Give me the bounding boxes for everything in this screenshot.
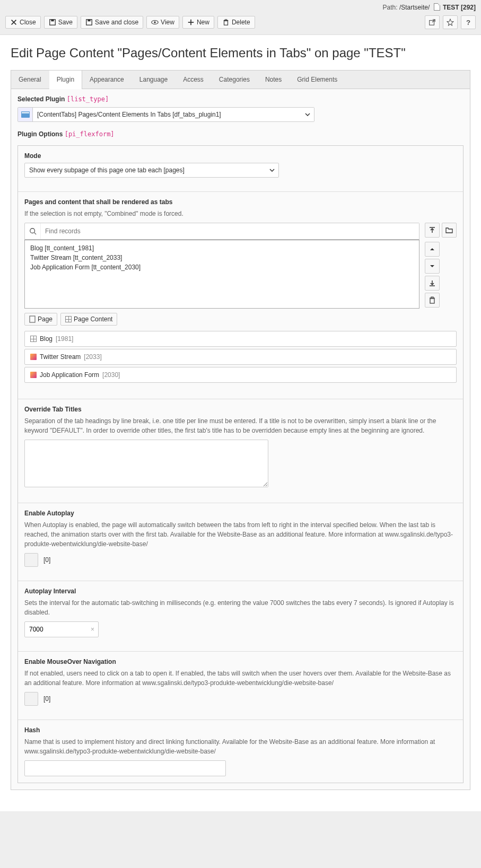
svg-point-5 <box>154 21 156 23</box>
path-label: Path: <box>383 4 398 11</box>
move-bottom-button[interactable] <box>425 276 440 291</box>
svg-rect-6 <box>224 21 228 25</box>
close-icon <box>10 19 18 26</box>
toolbar: Close Save Save and close View New Delet… <box>0 13 481 34</box>
find-records-input[interactable] <box>41 223 419 239</box>
record-result[interactable]: Job Application Form [2030] <box>24 367 457 383</box>
list-item[interactable]: Job Application Form [tt_content_2030] <box>28 262 416 272</box>
autoplay-label: Enable Autoplay <box>24 510 457 517</box>
chevron-down-icon <box>301 108 314 121</box>
save-close-button[interactable]: Save and close <box>81 16 143 29</box>
save-button[interactable]: Save <box>44 16 77 29</box>
mode-label: Mode <box>24 152 457 160</box>
plugin-type-icon <box>18 108 33 121</box>
interval-input[interactable] <box>24 621 99 637</box>
bookmark-button[interactable] <box>443 15 458 29</box>
autoplay-value: [0] <box>43 556 50 564</box>
new-button[interactable]: New <box>182 16 214 29</box>
plugin-icon <box>30 354 37 360</box>
content-icon <box>65 316 72 322</box>
move-down-button[interactable] <box>425 259 440 274</box>
plugin-select[interactable]: [ContentTabs] Pages/Content Elements In … <box>18 107 314 122</box>
delete-button[interactable]: Delete <box>217 16 255 29</box>
tab-access[interactable]: Access <box>176 71 212 89</box>
plugin-options-label: Plugin Options [pi_flexform] <box>18 130 463 138</box>
breadcrumb: /Startseite/ <box>399 4 430 11</box>
tab-bar: General Plugin Appearance Language Acces… <box>11 70 470 89</box>
svg-rect-1 <box>51 20 54 22</box>
selected-plugin-label: Selected Plugin [list_type] <box>18 95 463 103</box>
external-link-icon <box>428 19 436 26</box>
records-help: If the selection is not empty, "Combined… <box>24 209 457 218</box>
override-help: Separation of the tab headings by line b… <box>24 416 457 435</box>
add-content-button[interactable]: Page Content <box>60 313 117 326</box>
path-bar: Path: /Startseite/ TEST [292] <box>0 0 481 13</box>
tab-categories[interactable]: Categories <box>212 71 258 89</box>
trash-icon <box>222 19 230 26</box>
clear-icon[interactable]: × <box>91 626 94 633</box>
autoplay-checkbox[interactable] <box>24 553 38 567</box>
svg-rect-9 <box>22 112 29 113</box>
tab-notes[interactable]: Notes <box>258 71 290 89</box>
add-page-button[interactable]: Page <box>24 313 57 326</box>
mouseover-value: [0] <box>43 695 50 703</box>
page-icon <box>29 315 36 323</box>
help-button[interactable]: ? <box>461 15 476 29</box>
tab-language[interactable]: Language <box>132 71 176 89</box>
autoplay-help: When Autoplay is enabled, the page will … <box>24 520 457 549</box>
move-up-button[interactable] <box>425 242 440 257</box>
records-label: Pages and content that shall be rendered… <box>24 198 457 206</box>
interval-help: Sets the interval for the automatic tab-… <box>24 598 457 617</box>
tab-general[interactable]: General <box>11 71 49 89</box>
svg-rect-3 <box>88 20 90 22</box>
close-button[interactable]: Close <box>5 16 41 29</box>
svg-rect-11 <box>430 299 434 303</box>
mouseover-checkbox[interactable] <box>24 692 38 706</box>
list-item[interactable]: Twitter Stream [tt_content_2033] <box>28 253 416 262</box>
page-uid: [292] <box>461 4 476 11</box>
save-icon <box>49 19 56 26</box>
content-icon <box>30 336 37 342</box>
svg-point-10 <box>30 229 34 233</box>
trash-icon <box>429 296 435 304</box>
browse-button[interactable] <box>442 223 457 238</box>
records-listbox[interactable]: Blog [tt_content_1981] Twitter Stream [t… <box>24 240 419 309</box>
move-top-button[interactable] <box>425 223 440 238</box>
page-icon <box>434 3 440 11</box>
open-external-button[interactable] <box>425 15 440 29</box>
plus-icon <box>187 19 195 26</box>
interval-label: Autoplay Interval <box>24 588 457 595</box>
search-icon <box>25 223 41 239</box>
mouseover-label: Enable MouseOver Navigation <box>24 658 457 665</box>
hash-input[interactable] <box>24 760 226 776</box>
override-label: Override Tab Titles <box>24 406 457 413</box>
view-button[interactable]: View <box>146 16 179 29</box>
eye-icon <box>151 19 159 26</box>
page-heading: Edit Page Content "Pages/Content Element… <box>11 46 470 60</box>
override-textarea[interactable] <box>24 440 268 487</box>
folder-icon <box>445 227 453 233</box>
remove-button[interactable] <box>425 293 440 308</box>
question-icon: ? <box>466 19 470 27</box>
page-title: TEST <box>443 4 459 11</box>
hash-help: Name that is used to implement history a… <box>24 737 457 756</box>
hash-label: Hash <box>24 726 457 734</box>
tab-appearance[interactable]: Appearance <box>82 71 132 89</box>
mouseover-help: If not enabled, users need to click on a… <box>24 669 457 688</box>
record-result[interactable]: Blog [1981] <box>24 331 457 347</box>
tab-plugin[interactable]: Plugin <box>49 71 82 89</box>
svg-rect-12 <box>30 316 35 322</box>
tab-grid-elements[interactable]: Grid Elements <box>290 71 345 89</box>
plugin-icon <box>30 372 37 378</box>
record-result[interactable]: Twitter Stream [2033] <box>24 349 457 365</box>
list-item[interactable]: Blog [tt_content_1981] <box>28 243 416 253</box>
star-icon <box>447 19 454 26</box>
plugin-select-value: [ContentTabs] Pages/Content Elements In … <box>33 108 301 121</box>
mode-select[interactable]: Show every subpage of this page one tab … <box>24 163 279 178</box>
save-close-icon <box>85 19 93 26</box>
